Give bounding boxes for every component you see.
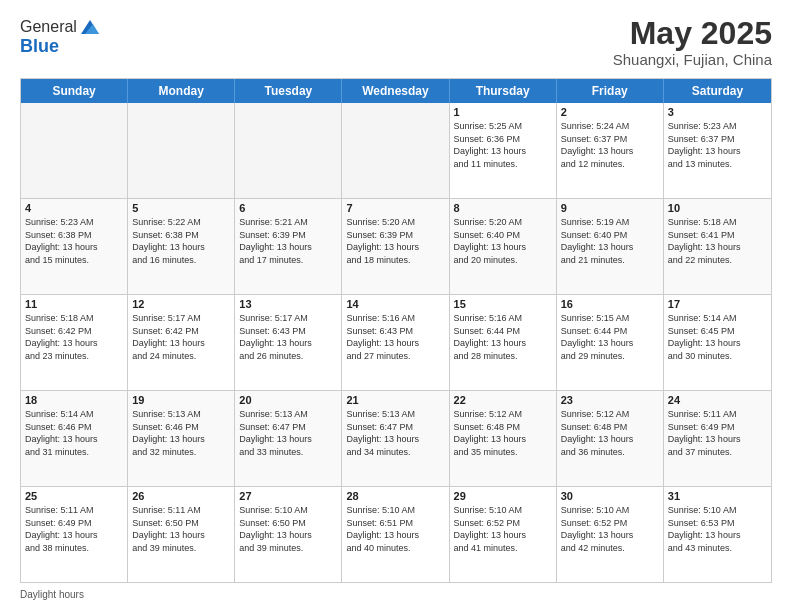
day-info: Sunrise: 5:12 AM Sunset: 6:48 PM Dayligh…	[561, 408, 659, 458]
day-info: Sunrise: 5:11 AM Sunset: 6:49 PM Dayligh…	[668, 408, 767, 458]
day-info: Sunrise: 5:13 AM Sunset: 6:47 PM Dayligh…	[346, 408, 444, 458]
calendar-cell: 12Sunrise: 5:17 AM Sunset: 6:42 PM Dayli…	[128, 295, 235, 390]
day-number: 4	[25, 202, 123, 214]
calendar-cell: 18Sunrise: 5:14 AM Sunset: 6:46 PM Dayli…	[21, 391, 128, 486]
day-info: Sunrise: 5:13 AM Sunset: 6:47 PM Dayligh…	[239, 408, 337, 458]
day-info: Sunrise: 5:17 AM Sunset: 6:43 PM Dayligh…	[239, 312, 337, 362]
day-info: Sunrise: 5:16 AM Sunset: 6:44 PM Dayligh…	[454, 312, 552, 362]
day-info: Sunrise: 5:18 AM Sunset: 6:42 PM Dayligh…	[25, 312, 123, 362]
page: General Blue May 2025 Shuangxi, Fujian, …	[0, 0, 792, 612]
day-info: Sunrise: 5:10 AM Sunset: 6:50 PM Dayligh…	[239, 504, 337, 554]
day-of-week-header: Monday	[128, 79, 235, 103]
calendar-body: 1Sunrise: 5:25 AM Sunset: 6:36 PM Daylig…	[21, 103, 771, 582]
day-number: 6	[239, 202, 337, 214]
day-number: 17	[668, 298, 767, 310]
day-info: Sunrise: 5:13 AM Sunset: 6:46 PM Dayligh…	[132, 408, 230, 458]
calendar-cell: 4Sunrise: 5:23 AM Sunset: 6:38 PM Daylig…	[21, 199, 128, 294]
calendar-cell: 21Sunrise: 5:13 AM Sunset: 6:47 PM Dayli…	[342, 391, 449, 486]
day-of-week-header: Sunday	[21, 79, 128, 103]
calendar-cell	[21, 103, 128, 198]
calendar-cell: 11Sunrise: 5:18 AM Sunset: 6:42 PM Dayli…	[21, 295, 128, 390]
day-info: Sunrise: 5:17 AM Sunset: 6:42 PM Dayligh…	[132, 312, 230, 362]
day-number: 29	[454, 490, 552, 502]
calendar-cell	[128, 103, 235, 198]
title-location: Shuangxi, Fujian, China	[613, 51, 772, 68]
daylight-label: Daylight hours	[20, 589, 84, 600]
calendar-header: SundayMondayTuesdayWednesdayThursdayFrid…	[21, 79, 771, 103]
calendar-cell: 19Sunrise: 5:13 AM Sunset: 6:46 PM Dayli…	[128, 391, 235, 486]
calendar-cell: 24Sunrise: 5:11 AM Sunset: 6:49 PM Dayli…	[664, 391, 771, 486]
footer: Daylight hours	[20, 589, 772, 600]
day-number: 24	[668, 394, 767, 406]
day-info: Sunrise: 5:22 AM Sunset: 6:38 PM Dayligh…	[132, 216, 230, 266]
day-number: 13	[239, 298, 337, 310]
day-number: 2	[561, 106, 659, 118]
day-number: 23	[561, 394, 659, 406]
day-info: Sunrise: 5:25 AM Sunset: 6:36 PM Dayligh…	[454, 120, 552, 170]
calendar-cell: 14Sunrise: 5:16 AM Sunset: 6:43 PM Dayli…	[342, 295, 449, 390]
calendar-cell: 7Sunrise: 5:20 AM Sunset: 6:39 PM Daylig…	[342, 199, 449, 294]
logo-icon	[79, 16, 101, 38]
calendar-cell	[342, 103, 449, 198]
day-number: 18	[25, 394, 123, 406]
calendar-cell: 10Sunrise: 5:18 AM Sunset: 6:41 PM Dayli…	[664, 199, 771, 294]
day-info: Sunrise: 5:10 AM Sunset: 6:52 PM Dayligh…	[454, 504, 552, 554]
day-number: 20	[239, 394, 337, 406]
calendar-cell: 22Sunrise: 5:12 AM Sunset: 6:48 PM Dayli…	[450, 391, 557, 486]
day-info: Sunrise: 5:23 AM Sunset: 6:37 PM Dayligh…	[668, 120, 767, 170]
calendar-cell: 30Sunrise: 5:10 AM Sunset: 6:52 PM Dayli…	[557, 487, 664, 582]
calendar-cell: 2Sunrise: 5:24 AM Sunset: 6:37 PM Daylig…	[557, 103, 664, 198]
title-month: May 2025	[613, 16, 772, 51]
day-info: Sunrise: 5:10 AM Sunset: 6:53 PM Dayligh…	[668, 504, 767, 554]
day-number: 5	[132, 202, 230, 214]
day-number: 14	[346, 298, 444, 310]
day-number: 21	[346, 394, 444, 406]
calendar-cell: 25Sunrise: 5:11 AM Sunset: 6:49 PM Dayli…	[21, 487, 128, 582]
day-number: 9	[561, 202, 659, 214]
day-number: 30	[561, 490, 659, 502]
calendar-cell: 1Sunrise: 5:25 AM Sunset: 6:36 PM Daylig…	[450, 103, 557, 198]
day-number: 22	[454, 394, 552, 406]
day-number: 16	[561, 298, 659, 310]
day-info: Sunrise: 5:15 AM Sunset: 6:44 PM Dayligh…	[561, 312, 659, 362]
day-info: Sunrise: 5:11 AM Sunset: 6:49 PM Dayligh…	[25, 504, 123, 554]
calendar-cell: 3Sunrise: 5:23 AM Sunset: 6:37 PM Daylig…	[664, 103, 771, 198]
day-info: Sunrise: 5:10 AM Sunset: 6:51 PM Dayligh…	[346, 504, 444, 554]
calendar-cell: 29Sunrise: 5:10 AM Sunset: 6:52 PM Dayli…	[450, 487, 557, 582]
day-info: Sunrise: 5:14 AM Sunset: 6:45 PM Dayligh…	[668, 312, 767, 362]
day-number: 28	[346, 490, 444, 502]
logo: General Blue	[20, 16, 101, 57]
calendar-week-row: 18Sunrise: 5:14 AM Sunset: 6:46 PM Dayli…	[21, 391, 771, 487]
day-number: 1	[454, 106, 552, 118]
day-number: 19	[132, 394, 230, 406]
day-of-week-header: Saturday	[664, 79, 771, 103]
calendar: SundayMondayTuesdayWednesdayThursdayFrid…	[20, 78, 772, 583]
day-info: Sunrise: 5:10 AM Sunset: 6:52 PM Dayligh…	[561, 504, 659, 554]
day-number: 26	[132, 490, 230, 502]
calendar-week-row: 11Sunrise: 5:18 AM Sunset: 6:42 PM Dayli…	[21, 295, 771, 391]
calendar-cell: 13Sunrise: 5:17 AM Sunset: 6:43 PM Dayli…	[235, 295, 342, 390]
day-info: Sunrise: 5:24 AM Sunset: 6:37 PM Dayligh…	[561, 120, 659, 170]
day-number: 31	[668, 490, 767, 502]
calendar-cell: 9Sunrise: 5:19 AM Sunset: 6:40 PM Daylig…	[557, 199, 664, 294]
calendar-week-row: 4Sunrise: 5:23 AM Sunset: 6:38 PM Daylig…	[21, 199, 771, 295]
day-number: 7	[346, 202, 444, 214]
calendar-cell	[235, 103, 342, 198]
day-number: 3	[668, 106, 767, 118]
day-info: Sunrise: 5:18 AM Sunset: 6:41 PM Dayligh…	[668, 216, 767, 266]
day-number: 27	[239, 490, 337, 502]
title-block: May 2025 Shuangxi, Fujian, China	[613, 16, 772, 68]
header: General Blue May 2025 Shuangxi, Fujian, …	[20, 16, 772, 68]
day-of-week-header: Friday	[557, 79, 664, 103]
calendar-cell: 8Sunrise: 5:20 AM Sunset: 6:40 PM Daylig…	[450, 199, 557, 294]
calendar-cell: 5Sunrise: 5:22 AM Sunset: 6:38 PM Daylig…	[128, 199, 235, 294]
day-number: 15	[454, 298, 552, 310]
calendar-cell: 20Sunrise: 5:13 AM Sunset: 6:47 PM Dayli…	[235, 391, 342, 486]
day-info: Sunrise: 5:20 AM Sunset: 6:39 PM Dayligh…	[346, 216, 444, 266]
day-info: Sunrise: 5:12 AM Sunset: 6:48 PM Dayligh…	[454, 408, 552, 458]
calendar-cell: 6Sunrise: 5:21 AM Sunset: 6:39 PM Daylig…	[235, 199, 342, 294]
day-number: 10	[668, 202, 767, 214]
day-of-week-header: Tuesday	[235, 79, 342, 103]
calendar-cell: 16Sunrise: 5:15 AM Sunset: 6:44 PM Dayli…	[557, 295, 664, 390]
calendar-cell: 26Sunrise: 5:11 AM Sunset: 6:50 PM Dayli…	[128, 487, 235, 582]
